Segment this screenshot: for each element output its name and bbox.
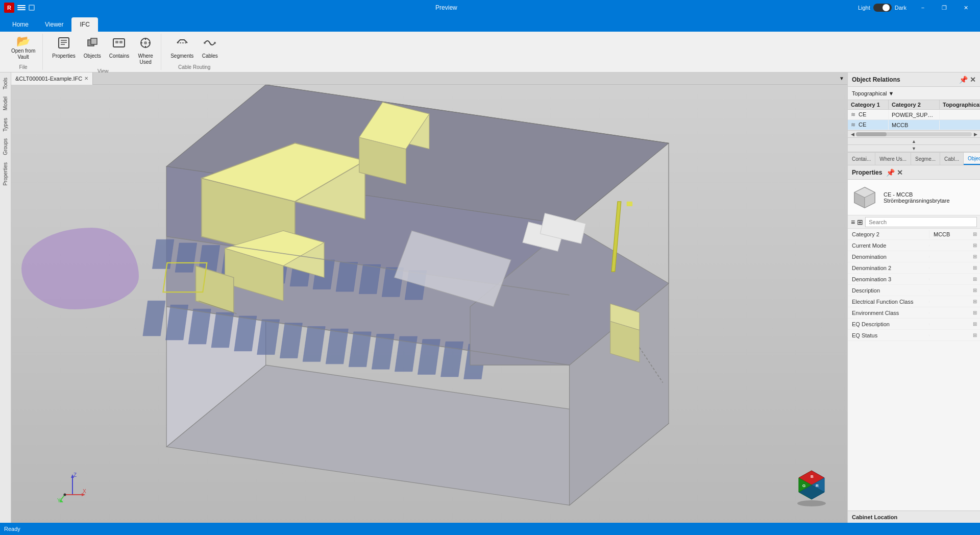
prop-row-eq-status: EQ Status ⊞ bbox=[848, 330, 980, 341]
tab-where-used[interactable]: Where Us... bbox=[875, 153, 911, 165]
row1-cat2: POWER_SUPPLY bbox=[889, 110, 940, 119]
col-topographical: Topographical bbox=[940, 100, 980, 109]
svg-rect-30 bbox=[280, 323, 302, 358]
topographical-dropdown[interactable]: Topographical ▼ bbox=[852, 90, 894, 96]
contains-button[interactable]: Contains bbox=[106, 34, 132, 61]
tab-object-relations[interactable]: Object Relati... bbox=[964, 153, 980, 165]
scroll-down-arrow[interactable]: ▼ bbox=[848, 144, 980, 152]
scroll-right-arrow[interactable]: ▶ bbox=[972, 132, 979, 137]
ribbon-file-items: 📂 Open fromVault bbox=[8, 34, 38, 63]
properties-search-input[interactable] bbox=[865, 217, 977, 227]
table-row[interactable]: ≋ CE POWER_SUPPLY bbox=[848, 110, 980, 120]
minimize-button[interactable]: − bbox=[913, 0, 933, 15]
object-relations-pin-button[interactable]: 📌 bbox=[959, 76, 968, 84]
tab-cables[interactable]: Cabl... bbox=[940, 153, 964, 165]
properties-button[interactable]: Properties bbox=[49, 34, 79, 61]
pin-button[interactable] bbox=[29, 5, 35, 11]
svg-point-85 bbox=[797, 500, 826, 506]
document-tab[interactable]: &CLT000001-Example.IFC ✕ bbox=[11, 72, 93, 85]
prop-row-eq-description: EQ Description ⊞ bbox=[848, 319, 980, 330]
left-tool-tools[interactable]: Tools bbox=[2, 75, 9, 92]
table-row[interactable]: ≋ CE MCCB bbox=[848, 120, 980, 130]
left-tool-types[interactable]: Types bbox=[2, 115, 9, 135]
left-tool-groups[interactable]: Groups bbox=[2, 135, 9, 158]
axis-indicator: Z X Y bbox=[57, 472, 88, 502]
tab-dropdown-arrow[interactable]: ▼ bbox=[836, 76, 847, 81]
tab-bar: &CLT000001-Example.IFC ✕ ▼ bbox=[11, 72, 847, 85]
props-list-view-button[interactable]: ≡ bbox=[851, 218, 855, 226]
ribbon-toolbar: 📂 Open fromVault File Properties Objects bbox=[0, 32, 980, 72]
prop-expand-icon[interactable]: ⊞ bbox=[970, 310, 980, 315]
properties-pin-button[interactable]: 📌 bbox=[886, 168, 895, 177]
props-grid-view-button[interactable]: ⊞ bbox=[857, 218, 863, 226]
tab-viewer[interactable]: Viewer bbox=[37, 17, 71, 32]
prop-expand-icon[interactable]: ⊞ bbox=[970, 299, 980, 304]
prop-expand-icon[interactable]: ⊞ bbox=[970, 254, 980, 259]
prop-row-denomination3: Denomination 3 ⊞ bbox=[848, 274, 980, 285]
object-preview: CE - MCCB Strömbegränsningsbrytare bbox=[848, 180, 980, 215]
objects-button[interactable]: Objects bbox=[81, 34, 104, 61]
tab-segments[interactable]: Segme... bbox=[911, 153, 940, 165]
svg-text:G: G bbox=[802, 483, 805, 488]
tab-ifc[interactable]: IFC bbox=[71, 17, 97, 32]
svg-rect-32 bbox=[326, 329, 348, 364]
prop-row-description: Description ⊞ bbox=[848, 285, 980, 296]
object-relations-close-button[interactable]: ✕ bbox=[970, 76, 976, 84]
prop-expand-icon[interactable]: ⊞ bbox=[970, 265, 980, 271]
relations-table: Category 1 Category 2 Topographical ≋ CE… bbox=[848, 100, 980, 130]
quick-access-dropdown[interactable] bbox=[16, 4, 27, 11]
prop-expand-icon[interactable]: ⊞ bbox=[970, 321, 980, 327]
segments-button[interactable]: Segments bbox=[167, 34, 197, 61]
prop-expand-icon[interactable]: ⊞ bbox=[970, 332, 980, 338]
open-from-vault-button[interactable]: 📂 Open fromVault bbox=[8, 34, 38, 62]
scroll-up-arrow[interactable]: ▲ bbox=[848, 137, 980, 144]
ribbon-view-items: Properties Objects Contains WhereUsed bbox=[49, 34, 157, 67]
app-title: Preview bbox=[35, 4, 858, 11]
tab-contains[interactable]: Contai... bbox=[848, 153, 875, 165]
col-category1: Category 1 bbox=[848, 100, 889, 109]
svg-text:R: R bbox=[816, 483, 819, 488]
building-3d bbox=[11, 85, 847, 523]
close-button[interactable]: ✕ bbox=[955, 0, 976, 15]
col-category2: Category 2 bbox=[889, 100, 940, 109]
tab-close-button[interactable]: ✕ bbox=[84, 76, 88, 81]
prop-row-denomination2: Denomination 2 ⊞ bbox=[848, 262, 980, 274]
segments-icon bbox=[175, 36, 189, 52]
navigation-cube[interactable]: R G B bbox=[791, 467, 832, 507]
svg-rect-6 bbox=[113, 39, 125, 47]
row2-topo bbox=[940, 124, 980, 127]
prop-expand-icon[interactable]: ⊞ bbox=[970, 276, 980, 282]
right-panel: Object Relations 📌 ✕ Topographical ▼ Cat… bbox=[847, 72, 980, 523]
restore-button[interactable]: ❐ bbox=[934, 0, 954, 15]
where-used-button[interactable]: WhereUsed bbox=[134, 34, 157, 67]
theme-toggle[interactable]: Light Dark bbox=[858, 4, 906, 12]
cables-icon bbox=[203, 36, 217, 52]
svg-point-84 bbox=[64, 494, 66, 496]
viewport[interactable]: Z X Y bbox=[11, 85, 847, 523]
ribbon-group-view: Properties Objects Contains WhereUsed bbox=[45, 34, 161, 70]
prop-expand-icon[interactable]: ⊞ bbox=[970, 287, 980, 293]
prop-expand-icon[interactable]: ⊞ bbox=[970, 242, 980, 248]
toggle-track[interactable] bbox=[873, 4, 892, 12]
scroll-left-arrow[interactable]: ◀ bbox=[849, 132, 856, 137]
object-relations-section: Object Relations 📌 ✕ Topographical ▼ Cat… bbox=[848, 72, 980, 152]
open-vault-icon: 📂 bbox=[16, 36, 30, 47]
left-tool-properties[interactable]: Properties bbox=[2, 159, 9, 189]
cabinet-location: Cabinet Location bbox=[848, 510, 980, 523]
scroll-thumb[interactable] bbox=[856, 132, 887, 136]
left-tool-model[interactable]: Model bbox=[2, 93, 9, 113]
h-scrollbar[interactable]: ◀ ▶ bbox=[848, 130, 980, 137]
scroll-track[interactable] bbox=[856, 132, 972, 136]
cable-group-label: Cable Routing bbox=[178, 63, 210, 70]
contains-icon bbox=[112, 36, 126, 52]
row1-topo bbox=[940, 113, 980, 116]
bottom-tabs: Contai... Where Us... Segme... Cabl... O… bbox=[848, 152, 980, 165]
svg-rect-65 bbox=[627, 202, 632, 206]
cables-button[interactable]: Cables bbox=[199, 34, 221, 61]
properties-close-button[interactable]: ✕ bbox=[897, 168, 903, 177]
prop-row-elec-function: Electrical Function Class ⊞ bbox=[848, 296, 980, 307]
prop-row-environment: Environment Class ⊞ bbox=[848, 307, 980, 319]
where-used-icon bbox=[138, 36, 153, 52]
tab-home[interactable]: Home bbox=[4, 17, 37, 32]
prop-expand-icon[interactable]: ⊞ bbox=[970, 231, 980, 237]
